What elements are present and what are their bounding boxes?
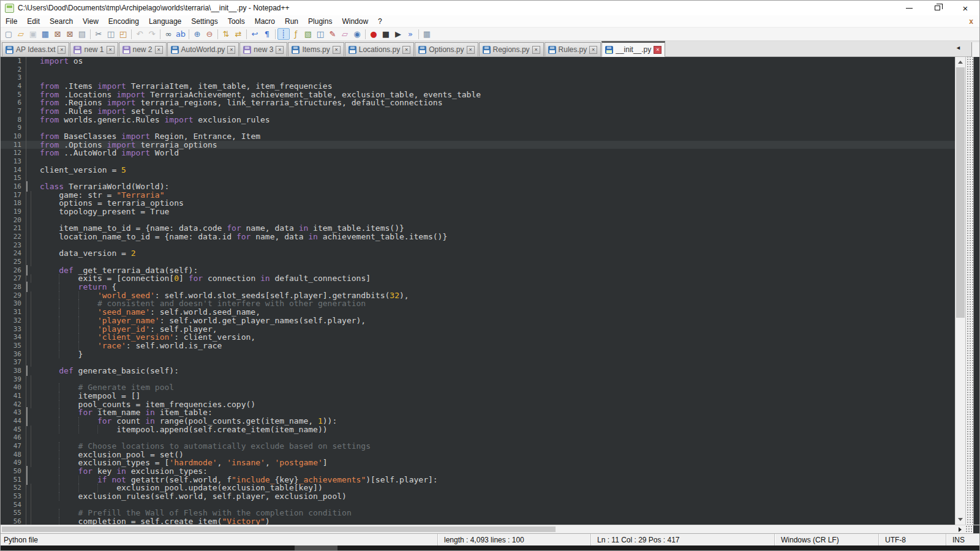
code-line[interactable]: 44for count in range(pool_counts.get(ite… [1,417,955,425]
line-number[interactable]: 45 [1,425,26,434]
code-editor[interactable]: 1import os234from .Items import Terraria… [1,57,955,525]
line-number[interactable]: 34 [1,333,26,342]
code-line[interactable]: 30# consistent and doesn't interfere wit… [1,299,955,308]
paste-icon[interactable]: ◰ [117,28,129,40]
scroll-down-arrow[interactable] [956,514,965,525]
tab-close-icon[interactable]: × [227,46,235,54]
scroll-right-arrow[interactable] [955,525,965,533]
menu-tools[interactable]: Tools [223,15,250,27]
menu-edit[interactable]: Edit [22,15,45,27]
save-all-icon[interactable]: ▦ [39,28,51,40]
vertical-scroll-thumb[interactable] [956,67,965,318]
code-line[interactable]: 23 [1,241,955,250]
vertical-scrollbar[interactable] [955,57,965,525]
minimize-button[interactable] [895,1,923,15]
tab-scroll-left-icon[interactable]: ◄ [956,45,961,51]
tab--init-py[interactable]: __init__.py× [601,41,665,57]
code-line[interactable]: 32'player_name': self.world.get_player_n… [1,317,955,325]
code-line[interactable]: 27exits = [connection[0] for connection … [1,274,955,283]
code-line[interactable]: 13 [1,157,955,166]
line-number[interactable]: 33 [1,325,26,334]
line-number[interactable]: 6 [1,99,26,107]
macro-stop-icon[interactable]: ■ [380,28,392,40]
horizontal-scroll-thumb[interactable] [2,527,556,532]
code-line[interactable]: 51if not getattr(self.world, f"include_{… [1,476,955,484]
tab-locations-py[interactable]: Locations.py× [345,42,414,56]
line-number[interactable]: 32 [1,317,26,325]
code-line[interactable]: 10from BaseClasses import Region, Entran… [1,132,955,141]
menu-language[interactable]: Language [144,15,186,27]
tab-close-icon[interactable]: × [58,46,66,54]
tab-new-2[interactable]: new 2× [119,42,167,56]
close-doc-icon[interactable]: ⊠ [51,28,64,40]
line-number[interactable]: 3 [1,73,26,82]
line-number[interactable]: 1 [1,57,26,66]
code-line[interactable]: 12from ..AutoWorld import World [1,149,955,157]
code-line[interactable]: 55# Prefill the Wall of Flesh with the c… [1,509,955,517]
line-number[interactable]: 8 [1,116,26,124]
line-number[interactable]: 2 [1,66,26,74]
save-icon[interactable]: ▣ [27,28,39,40]
line-number[interactable]: 26 [1,266,26,275]
code-line[interactable]: 20 [1,216,955,225]
open-file-icon[interactable]: ▱ [15,28,27,40]
tab-items-py[interactable]: Items.py× [288,42,344,56]
new-file-icon[interactable]: ▢ [2,28,15,40]
code-line[interactable]: 36} [1,350,955,359]
code-line[interactable]: 9 [1,124,955,132]
line-number[interactable]: 56 [1,517,26,525]
menubar-close-doc-icon[interactable]: x [969,17,973,26]
line-number[interactable]: 44 [1,417,26,425]
print-icon[interactable]: ▤ [76,28,88,40]
code-line[interactable]: 5from .Locations import TerrariaAchievem… [1,91,955,99]
document-map-icon[interactable]: ▧ [302,28,314,40]
code-line[interactable]: 28return { [1,283,955,291]
undo-icon[interactable]: ↶ [134,28,146,40]
line-number[interactable]: 22 [1,233,26,241]
line-number[interactable]: 46 [1,433,26,442]
code-line[interactable]: 1import os [1,57,955,66]
line-number[interactable]: 27 [1,274,26,283]
code-line[interactable]: 41itempool = [] [1,392,955,400]
line-number[interactable]: 17 [1,191,26,200]
close-button[interactable]: × [951,1,979,15]
line-number[interactable]: 48 [1,451,26,459]
code-line[interactable]: 16class TerrariaWorld(World): [1,182,955,191]
code-line[interactable]: 14client_version = 5 [1,166,955,174]
tab-autoworld-py[interactable]: AutoWorld.py× [167,42,239,56]
code-line[interactable]: 49exclusion_types = ['hardmode', 'insane… [1,459,955,467]
code-line[interactable]: 18options = terraria_options [1,199,955,208]
menu-search[interactable]: Search [45,15,78,27]
code-line[interactable]: 25 [1,258,955,266]
line-number[interactable]: 4 [1,82,26,91]
tab-close-icon[interactable]: × [276,46,284,54]
code-line[interactable]: 46 [1,433,955,442]
code-line[interactable]: 3 [1,73,955,82]
line-number[interactable]: 9 [1,124,26,132]
tab-close-icon[interactable]: × [402,46,410,54]
tab-close-icon[interactable]: × [654,46,662,54]
line-number[interactable]: 39 [1,375,26,384]
code-line[interactable]: 50for key in exclusion_types: [1,467,955,476]
code-line[interactable]: 7from .Rules import set_rules [1,107,955,116]
show-all-chars-icon[interactable]: ¶ [261,28,273,40]
code-line[interactable]: 43for item_name in item_table: [1,408,955,417]
line-number[interactable]: 16 [1,182,26,191]
fold-collapse-icon[interactable] [26,266,36,275]
code-line[interactable]: 17game: str = "Terraria" [1,191,955,200]
line-number[interactable]: 20 [1,216,26,225]
code-line[interactable]: 11from .Options import terraria_options [1,141,955,149]
code-line[interactable]: 24data_version = 2 [1,249,955,258]
word-wrap-icon[interactable]: ↩ [249,28,261,40]
code-line[interactable]: 15 [1,174,955,182]
line-number[interactable]: 25 [1,258,26,266]
code-line[interactable]: 21item_name_to_id = {name: data.code for… [1,224,955,233]
line-number[interactable]: 15 [1,174,26,182]
status-eol-format[interactable]: Windows (CR LF) [774,534,878,545]
status-encoding[interactable]: UTF-8 [878,534,946,545]
code-line[interactable]: 40# Generate item pool [1,383,955,392]
tab-regions-py[interactable]: Regions.py× [479,42,544,56]
code-line[interactable]: 47# Choose locations to automatically ex… [1,442,955,451]
line-number[interactable]: 14 [1,166,26,174]
restore-button[interactable] [923,1,951,15]
